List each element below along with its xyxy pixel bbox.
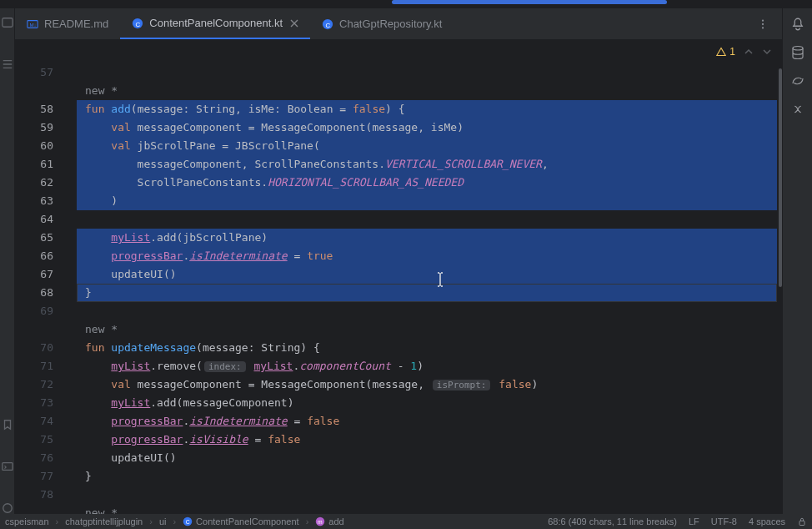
editor-line[interactable]: 61 messageComponent, ScrollPaneConstants… (15, 155, 777, 174)
chevron-down-icon[interactable] (762, 47, 772, 57)
file-encoding[interactable]: UTF-8 (711, 516, 737, 526)
code-content[interactable]: val messageComponent = MessageComponent(… (77, 118, 777, 137)
line-number[interactable]: 59 (15, 118, 77, 137)
lock-icon[interactable] (797, 516, 807, 526)
editor-line[interactable]: 63 ) (15, 192, 777, 210)
code-content[interactable]: new * (77, 82, 777, 100)
line-number[interactable]: 60 (15, 137, 77, 155)
code-content[interactable]: new * (77, 320, 777, 339)
code-content[interactable]: val jbScrollPane = JBScrollPane( (77, 137, 777, 155)
code-content[interactable]: fun updateMessage(message: String) { (77, 339, 777, 357)
line-number[interactable]: 66 (15, 247, 77, 265)
crumb-item[interactable]: chatgptintellijplugin (65, 516, 143, 526)
services-tool-icon[interactable] (2, 502, 13, 514)
editor-line[interactable]: 74 progressBar.isIndeterminate = false (15, 412, 777, 431)
editor-line[interactable]: 64 (15, 210, 777, 229)
structure-tool-icon[interactable] (2, 58, 13, 70)
breadcrumbs[interactable]: cspeisman › chatgptintellijplugin › ui ›… (5, 516, 344, 526)
crumb-item[interactable]: ContentPanelComponent (196, 516, 299, 526)
code-content[interactable]: val messageComponent = MessageComponent(… (77, 375, 777, 395)
line-number[interactable]: 58 (15, 100, 77, 118)
line-number[interactable]: 61 (15, 155, 77, 174)
editor-line[interactable]: 71 myList.remove(index: myList.component… (15, 357, 777, 375)
tab-chatgptrepository[interactable]: C ChatGptRepository.kt (310, 8, 454, 39)
notifications-icon[interactable] (790, 17, 805, 32)
line-number[interactable]: 62 (15, 174, 77, 192)
line-number[interactable]: 64 (15, 210, 77, 229)
editor-line[interactable]: 67 updateUI() (15, 265, 777, 284)
code-content[interactable]: updateUI() (77, 449, 777, 467)
line-number[interactable]: 71 (15, 357, 77, 375)
bookmarks-tool-icon[interactable] (2, 419, 13, 431)
project-tool-icon[interactable] (2, 17, 13, 28)
editor-line[interactable]: new * (15, 504, 777, 514)
code-content[interactable]: } (77, 284, 777, 302)
tab-contentpanelcomponent[interactable]: C ContentPanelComponent.kt (120, 8, 310, 39)
code-content[interactable]: updateUI() (77, 265, 777, 284)
editor-line[interactable]: 73 myList.add(messageComponent) (15, 394, 777, 412)
code-content[interactable]: progressBar.isVisible = false (77, 431, 777, 449)
editor-line[interactable]: 62 ScrollPaneConstants.HORIZONTAL_SCROLL… (15, 174, 777, 192)
selection-info[interactable]: 68:6 (409 chars, 11 line breaks) (548, 516, 677, 526)
code-content[interactable]: myList.add(messageComponent) (77, 394, 777, 412)
line-number[interactable]: 70 (15, 339, 77, 357)
indent-info[interactable]: 4 spaces (749, 516, 785, 526)
line-number[interactable]: 65 (15, 229, 77, 247)
line-number[interactable]: 69 (15, 302, 77, 320)
editor-line[interactable]: 59 val messageComponent = MessageCompone… (15, 118, 777, 137)
code-content[interactable]: messageComponent, ScrollPaneConstants.VE… (77, 155, 777, 174)
line-separator[interactable]: LF (689, 516, 699, 526)
code-content[interactable]: fun add(message: String, isMe: Boolean =… (77, 100, 777, 118)
inspections-widget[interactable]: 1 (15, 40, 782, 63)
line-number[interactable]: 63 (15, 192, 77, 210)
line-number[interactable]: 77 (15, 467, 77, 486)
editor-line[interactable]: 66 progressBar.isIndeterminate = true (15, 247, 777, 265)
code-editor[interactable]: 57new *58fun add(message: String, isMe: … (15, 63, 777, 514)
editor-line[interactable]: 58fun add(message: String, isMe: Boolean… (15, 100, 777, 118)
code-content[interactable]: myList.add(jbScrollPane) (77, 229, 777, 247)
editor-line[interactable]: new * (15, 82, 777, 100)
editor-line[interactable]: 78 (15, 486, 777, 504)
database-tool-icon[interactable] (790, 45, 805, 60)
code-content[interactable]: ) (77, 192, 777, 210)
code-content[interactable]: myList.remove(index: myList.componentCou… (77, 357, 777, 376)
editor-line[interactable]: 57 (15, 63, 777, 82)
line-number[interactable]: 78 (15, 486, 77, 504)
editor-line[interactable]: 68} (15, 284, 777, 302)
line-number[interactable]: 68 (15, 284, 77, 302)
code-content[interactable]: new * (77, 504, 777, 514)
editor-line[interactable]: 77} (15, 467, 777, 486)
code-content[interactable]: progressBar.isIndeterminate = false (77, 412, 777, 431)
code-content[interactable]: } (77, 467, 777, 486)
crumb-item[interactable]: ui (159, 516, 167, 526)
knot-tool-icon[interactable] (790, 102, 805, 117)
close-icon[interactable] (290, 19, 298, 28)
editor-line[interactable]: 76 updateUI() (15, 449, 777, 467)
line-number[interactable]: 75 (15, 431, 77, 449)
editor-line[interactable]: 69 (15, 302, 777, 320)
tabs-more-button[interactable] (744, 8, 782, 39)
terminal-tool-icon[interactable] (2, 461, 13, 472)
line-number[interactable]: 73 (15, 394, 77, 412)
tab-readme[interactable]: M↓ README.md (15, 8, 120, 39)
line-number[interactable]: 72 (15, 375, 77, 394)
editor-line[interactable]: 72 val messageComponent = MessageCompone… (15, 375, 777, 394)
crumb-item[interactable]: add (328, 516, 343, 526)
editor-line[interactable]: 70fun updateMessage(message: String) { (15, 339, 777, 357)
line-number[interactable]: 67 (15, 265, 77, 284)
crumb-item[interactable]: cspeisman (5, 516, 49, 526)
line-number[interactable]: 57 (15, 63, 77, 82)
line-number[interactable]: 76 (15, 449, 77, 467)
window-top-strip (0, 0, 812, 8)
editor-line[interactable]: 60 val jbScrollPane = JBScrollPane( (15, 137, 777, 155)
editor-line[interactable]: 75 progressBar.isVisible = false (15, 431, 777, 449)
editor-line[interactable]: 65 myList.add(jbScrollPane) (15, 229, 777, 247)
code-content[interactable]: progressBar.isIndeterminate = true (77, 247, 777, 265)
editor-scrollbar-thumb[interactable] (779, 68, 782, 287)
warning-indicator[interactable]: 1 (716, 46, 735, 58)
line-number[interactable]: 74 (15, 412, 77, 431)
ai-assistant-icon[interactable] (790, 73, 805, 88)
editor-line[interactable]: new * (15, 320, 777, 339)
chevron-up-icon[interactable] (744, 47, 754, 57)
code-content[interactable]: ScrollPaneConstants.HORIZONTAL_SCROLLBAR… (77, 174, 777, 192)
